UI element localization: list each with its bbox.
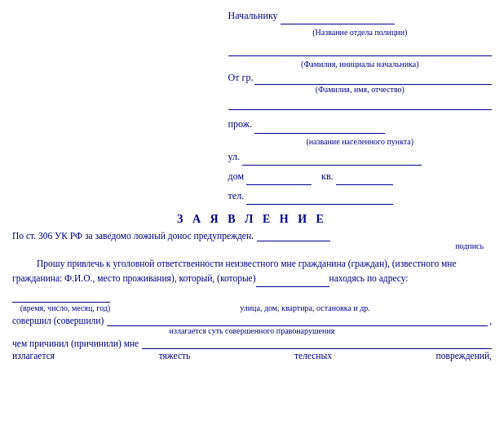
hint-place: улица, дом, квартира, остановка и др.	[118, 303, 492, 312]
dom-row: дом кв.	[228, 169, 492, 185]
dom-label: дом	[228, 170, 244, 182]
proj-row: прож.	[228, 117, 492, 133]
last-row: излагается тяжесть телесных повреждений,	[12, 351, 492, 361]
chief-field	[281, 8, 395, 24]
chief-hint: (Название отдела полиции)	[228, 28, 492, 37]
warning-field	[257, 231, 330, 241]
tel-field	[246, 188, 393, 205]
kv-field	[336, 169, 393, 185]
page: Начальнику (Название отдела полиции) (Фа…	[12, 8, 492, 361]
chief-row: Начальнику	[228, 8, 492, 24]
last-word-3: телесных	[294, 351, 332, 361]
empty-field	[228, 97, 492, 110]
hint-row: (время, число, месяц, год) улица, дом, к…	[12, 303, 492, 312]
tel-row: тел.	[228, 188, 492, 205]
proj-field	[254, 117, 385, 133]
kv-label: кв.	[321, 170, 334, 182]
chief-name-field	[228, 40, 492, 56]
body-field1	[256, 272, 329, 287]
from-field	[254, 72, 492, 85]
from-label: От гр.	[228, 72, 254, 84]
addr-field	[12, 287, 110, 303]
from-row: От гр.	[228, 72, 492, 85]
dom-field	[246, 169, 312, 185]
addr-label: находясь по адресу:	[329, 273, 409, 283]
body-paragraph1: Прошу привлечь к уголовной ответственнос…	[12, 257, 492, 302]
last-word-4: повреждений,	[436, 351, 492, 361]
commit-label: совершил (совершили)	[12, 316, 104, 325]
chief-name-row	[228, 40, 492, 56]
last-word-2: тяжесть	[159, 351, 191, 361]
last-word-1: излагается	[12, 351, 55, 361]
empty-row	[228, 97, 492, 110]
ul-field	[242, 149, 422, 166]
caused-field	[142, 338, 492, 349]
tel-label: тел.	[228, 190, 245, 201]
commit-row: совершил (совершили) ,	[12, 316, 492, 326]
commit-field2	[471, 316, 488, 326]
ul-label: ул.	[228, 151, 240, 162]
ul-row: ул.	[228, 149, 492, 166]
chief-label: Начальнику	[228, 10, 278, 21]
from-hint: (Фамилия, имя, отчество)	[228, 85, 492, 94]
warning-row: По ст. 306 УК РФ за заведомо ложный доно…	[12, 231, 492, 241]
hint-time: (время, число, месяц, год)	[12, 303, 118, 312]
title: З А Я В Л Е Н И Е	[12, 213, 492, 226]
commit-hint: излагается суть совершенного правонаруше…	[12, 326, 492, 335]
caused-row: чем причинил (причинили) мне	[12, 338, 492, 349]
comma: ,	[489, 316, 492, 325]
proj-label: прож.	[228, 118, 252, 130]
caused-label: чем причинил (причинили) мне	[12, 338, 139, 348]
header-block: Начальнику (Название отдела полиции) (Фа…	[228, 8, 492, 205]
signature-label: подпись	[12, 241, 484, 250]
chief-name-hint: (Фамилия, инициалы начальника)	[228, 60, 492, 69]
proj-hint: (название населенного пункта)	[228, 137, 492, 146]
warning-text: По ст. 306 УК РФ за заведомо ложный доно…	[12, 231, 254, 241]
commit-field	[107, 316, 471, 326]
